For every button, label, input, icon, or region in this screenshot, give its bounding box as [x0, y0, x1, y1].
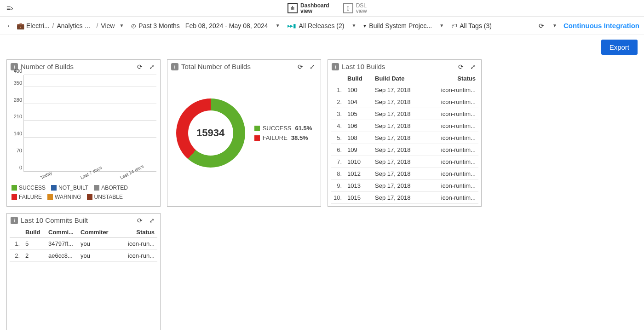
number-of-builds-chart: 0 70 140 210 280 350 400 Today Last 7 da…: [23, 75, 156, 172]
code-icon: {}: [343, 3, 353, 13]
filter-projects[interactable]: ▾ Build System Projec...: [361, 22, 435, 29]
filter-period[interactable]: ◴ Past 3 Months Feb 08, 2024 - May 08, 2…: [128, 22, 270, 29]
ci-link[interactable]: Continuous Integration: [564, 22, 639, 29]
filter-releases[interactable]: ▸▸▮ All Releases (2): [285, 22, 347, 29]
table-row[interactable]: 8.1012Sep 17, 2018icon-runtim...: [331, 168, 478, 180]
briefcase-icon: 💼: [17, 22, 24, 29]
period-dropdown[interactable]: ▼: [274, 23, 282, 28]
breadcrumb: Electri... / Analytics da... / View: [26, 22, 115, 29]
filter-tags-label: All Tags (3): [460, 22, 492, 29]
projects-dropdown[interactable]: ▼: [437, 23, 446, 28]
table-row[interactable]: 5.108Sep 17, 2018icon-runtim...: [331, 132, 478, 144]
refresh-icon[interactable]: ⟳: [135, 217, 144, 224]
table-row[interactable]: 3.105Sep 17, 2018icon-runtim...: [331, 108, 478, 120]
crumb-view[interactable]: View: [101, 22, 115, 29]
card-total-builds: i Total Number of Builds ⟳ ⤢ SUCCESS 61.…: [167, 59, 321, 207]
tag-icon: 🏷: [451, 23, 457, 29]
table-row[interactable]: 6.109Sep 17, 2018icon-runtim...: [331, 144, 478, 156]
tab-dashboard-label: Dashboard view: [300, 3, 329, 14]
table-row[interactable]: 1.100Sep 17, 2018icon-runtim...: [331, 84, 478, 96]
expand-icon[interactable]: ⤢: [147, 63, 156, 70]
card-title: Total Number of Builds: [181, 63, 251, 70]
tab-dsl-label: DSL view: [356, 3, 367, 14]
view-tabs: ılı Dashboard view {} DSL view: [288, 3, 367, 14]
card-number-of-builds: i Number of Builds ⟳ ⤢ 0 70 140 210 280 …: [6, 59, 161, 207]
crumb-dashboard[interactable]: Analytics da...: [57, 22, 93, 29]
refresh-icon[interactable]: ⟳: [296, 63, 305, 70]
back-icon[interactable]: ←: [5, 21, 15, 30]
filter-projects-label: Build System Projec...: [369, 22, 432, 29]
ci-dropdown[interactable]: ▼: [551, 23, 559, 28]
tab-dsl-view[interactable]: {} DSL view: [343, 3, 367, 14]
last-commits-table: Build Commi... Commiter Status 1.534797f…: [10, 227, 157, 262]
export-button[interactable]: Export: [601, 40, 638, 55]
table-row[interactable]: 10.1015Sep 17, 2018icon-runtim...: [331, 192, 478, 204]
card-title: Last 10 Commits Built: [21, 216, 88, 224]
table-row[interactable]: 4.106Sep 17, 2018icon-runtim...: [331, 120, 478, 132]
card-title: Last 10 Builds: [342, 63, 385, 70]
tab-dashboard-view[interactable]: ılı Dashboard view: [288, 3, 329, 14]
clock-icon: ◴: [131, 23, 136, 29]
expand-icon[interactable]: ⤢: [147, 217, 156, 224]
filter-releases-label: All Releases (2): [299, 22, 345, 29]
filter-period-label: Past 3 Months: [138, 22, 180, 29]
table-row[interactable]: 2.2ae6cc8...youicon-run...: [10, 250, 157, 262]
card-last-10-commits: i Last 10 Commits Built ⟳ ⤢ Build Commi.…: [6, 213, 161, 330]
total-builds-donut: [176, 98, 245, 168]
info-icon[interactable]: i: [11, 217, 18, 224]
export-row: Export: [0, 35, 644, 59]
top-bar: ≡› ılı Dashboard view {} DSL view: [0, 0, 644, 17]
table-row[interactable]: 9.1013Sep 17, 2018icon-runtim...: [331, 180, 478, 192]
releases-dropdown[interactable]: ▼: [350, 23, 358, 28]
crumb-project[interactable]: Electri...: [26, 22, 50, 29]
filter-tags[interactable]: 🏷 All Tags (3): [448, 22, 494, 29]
releases-icon: ▸▸▮: [288, 23, 296, 29]
filter-icon: ▾: [363, 23, 366, 29]
donut-legend: SUCCESS 61.5% FAILURE 38.5%: [254, 122, 312, 144]
expand-icon[interactable]: ⤢: [468, 63, 477, 70]
card-title: Number of Builds: [21, 63, 74, 70]
widget-row-1: i Number of Builds ⟳ ⤢ 0 70 140 210 280 …: [0, 59, 644, 330]
menu-toggle-icon[interactable]: ≡›: [5, 2, 15, 14]
refresh-icon[interactable]: ⟳: [135, 63, 144, 70]
dashboard-icon: ılı: [288, 3, 298, 13]
filter-daterange: Feb 08, 2024 - May 08, 2024: [185, 22, 268, 29]
filter-bar: ← 💼 Electri... / Analytics da... / View …: [0, 17, 644, 35]
info-icon[interactable]: i: [171, 63, 178, 70]
card-last-10-builds: i Last 10 Builds ⟳ ⤢ Build Build Date St…: [328, 59, 482, 207]
global-refresh-icon[interactable]: ⟳: [537, 22, 546, 29]
breadcrumb-dropdown[interactable]: ▼: [117, 23, 126, 28]
table-row[interactable]: 1.534797ff...youicon-run...: [10, 238, 157, 250]
table-row[interactable]: 7.1010Sep 17, 2018icon-runtim...: [331, 156, 478, 168]
last-builds-table: Build Build Date Status 1.100Sep 17, 201…: [331, 73, 478, 204]
expand-icon[interactable]: ⤢: [308, 63, 317, 70]
table-row[interactable]: 2.104Sep 17, 2018icon-runtim...: [331, 96, 478, 108]
refresh-icon[interactable]: ⟳: [456, 63, 466, 70]
info-icon[interactable]: i: [332, 63, 339, 70]
